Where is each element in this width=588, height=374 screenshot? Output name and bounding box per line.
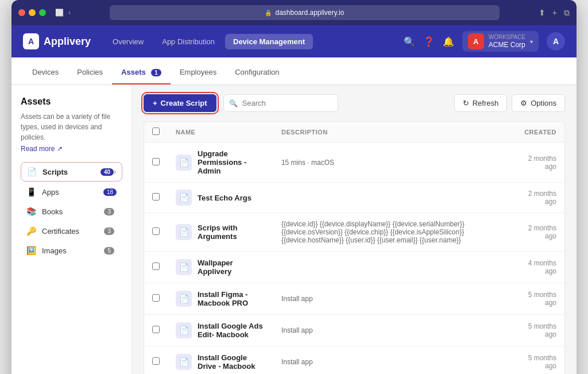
nav-device-management[interactable]: Device Management <box>225 34 313 49</box>
certificates-icon: 🔑 <box>26 226 36 236</box>
images-count: 5 <box>104 247 114 255</box>
navbar: A Applivery Overview App Distribution De… <box>11 25 577 57</box>
row-name: Wallpaper Applivery <box>198 259 265 276</box>
sidebar-books-label: Books <box>42 207 104 216</box>
close-button[interactable] <box>18 9 25 16</box>
sidebar-item-books[interactable]: 📚 Books 3 <box>21 202 122 221</box>
script-icon: 📄 <box>176 224 192 240</box>
new-tab-icon[interactable]: + <box>552 8 557 17</box>
avatar[interactable]: A <box>547 32 565 51</box>
search-icon-inner: 🔍 <box>229 99 238 107</box>
create-script-button[interactable]: + Create Script <box>144 94 216 112</box>
table-row: 📄 Upgrade Permissions - Admin 15 mins · … <box>144 142 564 183</box>
minimize-button[interactable] <box>29 9 36 16</box>
search-box: 🔍 <box>223 94 338 112</box>
help-icon[interactable]: ❓ <box>423 36 435 47</box>
table-row: 📄 Install Google Ads Edit- Macbook Insta… <box>144 315 564 346</box>
main-content: Assets Assets can be a variety of file t… <box>11 85 577 374</box>
scripts-chevron-icon: › <box>114 168 116 176</box>
row-created: 2 months ago <box>513 183 564 213</box>
certificates-count: 3 <box>104 228 114 235</box>
row-name-cell: 📄 Wallpaper Applivery <box>168 252 273 283</box>
row-name-cell: 📄 Test Echo Args <box>168 183 273 213</box>
row-name-cell: 📄 Install Google Ads Edit- Macbook <box>168 315 273 346</box>
tabs-icon[interactable]: ⧉ <box>564 8 570 18</box>
bell-icon[interactable]: 🔔 <box>443 36 454 47</box>
row-name-cell: 📄 Install Figma - Macbook PRO <box>168 283 273 315</box>
share-icon[interactable]: ⬆ <box>539 8 546 17</box>
sidebar-item-images[interactable]: 🖼️ Images 5 <box>21 241 122 260</box>
row-checkbox-5[interactable] <box>152 326 160 333</box>
tab-assets-label: Assets <box>121 68 146 76</box>
maximize-button[interactable] <box>39 9 46 16</box>
row-checkbox-cell <box>144 252 168 283</box>
options-icon: ⚙ <box>520 99 527 107</box>
tab-employees[interactable]: Employees <box>171 61 226 84</box>
sidebar-item-certificates[interactable]: 🔑 Certificates 3 <box>21 222 122 240</box>
nav-right: 🔍 ❓ 🔔 A WORKSPACE ACME Corp ▾ A <box>404 31 565 52</box>
row-checkbox-0[interactable] <box>152 158 160 165</box>
row-checkbox-6[interactable] <box>152 357 160 365</box>
images-icon: 🖼️ <box>26 246 36 255</box>
search-icon[interactable]: 🔍 <box>404 36 415 47</box>
books-count: 3 <box>104 208 114 215</box>
nav-items: Overview App Distribution Device Managem… <box>105 34 313 49</box>
select-all-checkbox[interactable] <box>152 128 160 135</box>
sidebar-item-apps[interactable]: 📱 Apps 18 <box>21 183 122 201</box>
row-checkbox-cell <box>144 183 168 213</box>
scripts-icon: 📄 <box>27 167 37 176</box>
row-description: Install app <box>273 315 513 346</box>
sidebar-description: Assets can be a variety of file types, u… <box>21 111 122 142</box>
row-checkbox-1[interactable] <box>152 193 160 201</box>
options-button[interactable]: ⚙ Options <box>512 94 565 112</box>
options-label: Options <box>531 99 556 107</box>
nav-app-distribution[interactable]: App Distribution <box>154 34 223 49</box>
row-checkbox-cell <box>144 142 168 183</box>
traffic-lights <box>18 9 46 16</box>
search-input[interactable] <box>223 94 338 112</box>
sidebar-item-scripts[interactable]: 📄 Scripts 40 › <box>21 162 122 182</box>
nav-overview[interactable]: Overview <box>105 34 152 49</box>
row-created: 4 months ago <box>513 252 564 283</box>
row-name-cell: 📄 Scrips with Arguments <box>168 213 273 252</box>
refresh-button[interactable]: ↻ Refresh <box>454 94 508 112</box>
sidebar-scripts-label: Scripts <box>42 168 100 176</box>
row-checkbox-cell <box>144 283 168 315</box>
read-more-link[interactable]: Read more ↗ <box>21 145 122 153</box>
tab-policies[interactable]: Policies <box>68 61 112 84</box>
header-actions: ↻ Refresh ⚙ Options <box>454 94 565 112</box>
titlebar: ⬜ ‹ 🔒 dashboard.applivery.io ⬆ + ⧉ <box>11 0 577 25</box>
script-icon: 📄 <box>176 190 192 206</box>
url-bar[interactable]: 🔒 dashboard.applivery.io <box>110 5 500 20</box>
create-script-label: Create Script <box>161 99 207 107</box>
tab-devices[interactable]: Devices <box>23 61 68 84</box>
brand-letter: A <box>28 37 34 46</box>
external-link-icon: ↗ <box>57 145 63 153</box>
row-name: Install Figma - Macbook PRO <box>198 290 265 307</box>
col-checkbox <box>144 122 168 142</box>
tab-assets[interactable]: Assets 1 <box>112 61 171 84</box>
read-more-text: Read more <box>21 145 55 153</box>
back-icon[interactable]: ‹ <box>68 9 71 17</box>
tab-configuration[interactable]: Configuration <box>226 61 288 84</box>
sidebar-toggle-icon[interactable]: ⬜ <box>55 9 64 17</box>
row-description: Install app <box>273 346 513 375</box>
titlebar-right-icons: ⬆ + ⧉ <box>539 8 570 18</box>
app-window: ⬜ ‹ 🔒 dashboard.applivery.io ⬆ + ⧉ A App… <box>11 0 577 374</box>
table-row: 📄 Test Echo Args 2 months ago <box>144 183 564 213</box>
script-icon: 📄 <box>176 322 192 338</box>
col-description: DESCRIPTION <box>273 122 513 142</box>
row-checkbox-2[interactable] <box>152 228 160 235</box>
row-name: Scrips with Arguments <box>198 223 265 241</box>
row-checkbox-4[interactable] <box>152 294 160 302</box>
row-name: Upgrade Permissions - Admin <box>198 149 265 175</box>
row-name: Install Google Ads Edit- Macbook <box>198 322 265 339</box>
workspace-badge[interactable]: A WORKSPACE ACME Corp ▾ <box>462 31 539 52</box>
apps-count: 18 <box>103 188 117 196</box>
row-created: 5 months ago <box>513 283 564 315</box>
row-description <box>273 183 513 213</box>
row-checkbox-3[interactable] <box>152 263 160 270</box>
script-icon: 📄 <box>176 259 192 275</box>
table-row: 📄 Install Google Drive - Macbook Install… <box>144 346 564 375</box>
row-name-cell: 📄 Upgrade Permissions - Admin <box>168 142 273 183</box>
